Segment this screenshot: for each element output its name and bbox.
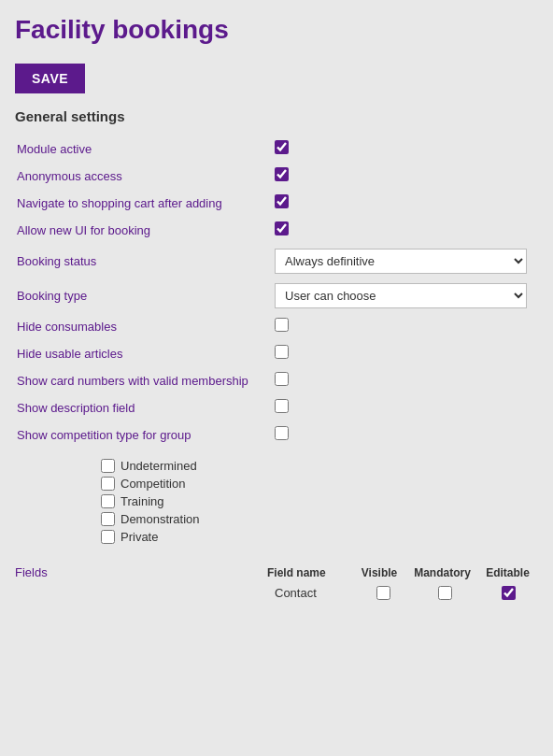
label-undetermined: Undetermined xyxy=(121,459,197,473)
general-settings-title: General settings xyxy=(15,108,538,124)
row-anonymous-access: Anonymous access xyxy=(15,163,538,190)
row-module-active: Module active xyxy=(15,136,538,163)
row-sub-options: Undetermined Competition Training Demons… xyxy=(15,449,538,554)
sub-option-training: Training xyxy=(101,492,536,510)
checkbox-contact-visible[interactable] xyxy=(376,586,390,600)
label-show-card-numbers: Show card numbers with valid membership xyxy=(15,367,267,394)
sub-option-demonstration: Demonstration xyxy=(101,510,536,528)
fields-row-contact: Contact xyxy=(275,583,538,603)
general-settings-table: Module active Anonymous access Navigate … xyxy=(15,136,538,554)
sub-option-undetermined: Undetermined xyxy=(101,457,536,475)
field-name-contact: Contact xyxy=(275,586,357,600)
label-show-description-field: Show description field xyxy=(15,394,267,421)
checkbox-training[interactable] xyxy=(101,494,115,508)
fields-section-label: Fields xyxy=(15,565,260,579)
row-booking-type: Booking type User can choose Fixed xyxy=(15,278,538,313)
checkbox-contact-mandatory[interactable] xyxy=(438,586,452,600)
select-booking-type[interactable]: User can choose Fixed xyxy=(275,283,527,308)
checkbox-module-active[interactable] xyxy=(275,140,289,154)
fields-section: Fields Field name Visible Mandatory Edit… xyxy=(15,562,538,603)
col-header-fieldname: Field name xyxy=(267,566,351,579)
col-header-editable: Editable xyxy=(477,566,538,579)
row-hide-consumables: Hide consumables xyxy=(15,313,538,340)
page-title: Facility bookings xyxy=(15,15,538,45)
label-module-active: Module active xyxy=(15,136,267,163)
row-show-description-field: Show description field xyxy=(15,394,538,421)
save-button[interactable]: SAVE xyxy=(15,64,85,93)
row-booking-status: Booking status Always definitive Provisi… xyxy=(15,244,538,278)
checkbox-hide-usable-articles[interactable] xyxy=(275,345,289,359)
select-booking-status[interactable]: Always definitive Provisional Definitive xyxy=(275,249,527,274)
label-booking-type: Booking type xyxy=(15,278,267,313)
row-hide-usable-articles: Hide usable articles xyxy=(15,340,538,367)
fields-column-headers: Field name Visible Mandatory Editable xyxy=(267,566,538,579)
row-show-competition-type: Show competition type for group xyxy=(15,421,538,449)
sub-option-private: Private xyxy=(101,528,536,546)
label-anonymous-access: Anonymous access xyxy=(15,163,267,190)
col-header-mandatory: Mandatory xyxy=(407,566,477,579)
label-competition: Competition xyxy=(121,477,185,491)
checkbox-show-competition-type[interactable] xyxy=(275,426,289,440)
checkbox-allow-new-ui[interactable] xyxy=(275,221,289,235)
fields-header: Fields Field name Visible Mandatory Edit… xyxy=(15,562,538,583)
checkbox-show-description-field[interactable] xyxy=(275,399,289,413)
checkbox-contact-editable[interactable] xyxy=(502,586,516,600)
checkbox-show-card-numbers[interactable] xyxy=(275,372,289,386)
checkbox-hide-consumables[interactable] xyxy=(275,318,289,332)
label-allow-new-ui: Allow new UI for booking xyxy=(15,217,267,244)
checkbox-navigate-shopping-cart[interactable] xyxy=(275,194,289,208)
checkbox-demonstration[interactable] xyxy=(101,512,115,526)
checkbox-private[interactable] xyxy=(101,530,115,544)
label-navigate-shopping-cart: Navigate to shopping cart after adding xyxy=(15,190,267,217)
label-show-competition-type: Show competition type for group xyxy=(15,421,267,449)
label-booking-status: Booking status xyxy=(15,244,267,278)
label-hide-usable-articles: Hide usable articles xyxy=(15,340,267,367)
col-header-visible: Visible xyxy=(351,566,407,579)
label-training: Training xyxy=(121,494,163,508)
checkbox-anonymous-access[interactable] xyxy=(275,167,289,181)
checkbox-competition[interactable] xyxy=(101,477,115,491)
sub-option-competition: Competition xyxy=(101,475,536,492)
label-private: Private xyxy=(121,530,158,544)
label-hide-consumables: Hide consumables xyxy=(15,313,267,340)
row-allow-new-ui: Allow new UI for booking xyxy=(15,217,538,244)
checkbox-undetermined[interactable] xyxy=(101,459,115,473)
row-show-card-numbers: Show card numbers with valid membership xyxy=(15,367,538,394)
row-navigate-shopping-cart: Navigate to shopping cart after adding xyxy=(15,190,538,217)
competition-type-options: Undetermined Competition Training Demons… xyxy=(17,453,536,549)
label-demonstration: Demonstration xyxy=(121,512,200,526)
